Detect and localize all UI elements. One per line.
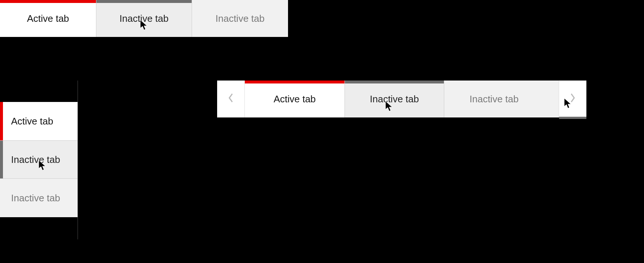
tab-active[interactable]: Active tab	[0, 0, 96, 37]
tab-indicator	[96, 0, 192, 3]
stab-inactive[interactable]: Inactive tab	[444, 81, 544, 117]
tab-indicator	[192, 0, 288, 3]
vertical-divider	[78, 81, 78, 239]
tab-label: Inactive tab	[120, 13, 169, 24]
chevron-right-icon	[570, 93, 576, 105]
tab-label: Active tab	[274, 93, 316, 105]
horizontal-tab-group: Active tab Inactive tab Inactive tab	[0, 0, 288, 37]
tab-label: Inactive tab	[370, 93, 419, 105]
tab-inactive[interactable]: Inactive tab	[192, 0, 288, 37]
stab-active[interactable]: Active tab	[245, 81, 345, 117]
tab-indicator	[444, 81, 544, 83]
vertical-tab-group: Active tab Inactive tab Inactive tab	[0, 102, 78, 217]
tab-inactive-hover[interactable]: Inactive tab	[96, 0, 192, 37]
vtab-inactive[interactable]: Inactive tab	[0, 179, 78, 217]
tab-indicator	[0, 102, 3, 140]
tab-indicator	[0, 179, 3, 217]
tab-label: Active tab	[27, 13, 69, 24]
scroll-next-button[interactable]	[559, 81, 586, 117]
tab-indicator	[0, 0, 96, 3]
scrollable-tab-list: Active tab Inactive tab Inactive tab	[245, 81, 559, 117]
tab-indicator	[0, 141, 3, 178]
vtab-inactive-hover[interactable]: Inactive tab	[0, 140, 78, 179]
tab-label: Inactive tab	[470, 93, 519, 105]
tab-label: Active tab	[11, 116, 53, 127]
tab-indicator	[345, 81, 444, 83]
tab-indicator	[245, 81, 345, 83]
scrollable-tab-group: Active tab Inactive tab Inactive tab	[217, 81, 586, 117]
tab-label: Inactive tab	[11, 192, 60, 204]
chevron-left-icon	[228, 93, 234, 105]
stab-inactive-hover[interactable]: Inactive tab	[345, 81, 444, 117]
tab-label: Inactive tab	[11, 154, 60, 165]
scroll-prev-button[interactable]	[217, 81, 245, 117]
tab-label: Inactive tab	[216, 13, 265, 24]
vtab-active[interactable]: Active tab	[0, 102, 78, 140]
